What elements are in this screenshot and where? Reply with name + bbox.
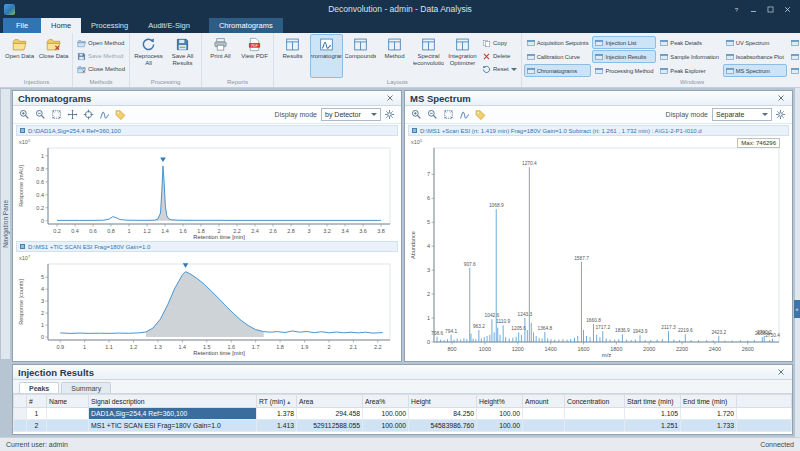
column-header-amount[interactable]: Amount — [523, 395, 565, 408]
dad1-plot[interactable]: 0.20.40.60.811.21.41.61.822.22.42.62.833… — [16, 136, 398, 240]
ribbon-button-processing-method[interactable]: Processing Method — [592, 64, 656, 77]
column-header-concentration[interactable]: Concentration — [565, 395, 625, 408]
peaks-icon[interactable] — [97, 107, 112, 122]
ribbon-button-acquisition-setpoints[interactable]: Acquisition Setpoints — [524, 36, 592, 49]
ribbon-button-ms-spectrum[interactable]: MS Spectrum — [723, 64, 787, 77]
peaks-icon[interactable] — [457, 107, 472, 122]
help-icon[interactable]: ? — [728, 2, 745, 17]
close-window-button[interactable] — [779, 2, 796, 17]
column-header-start-time-min[interactable]: Start time (min) — [625, 395, 681, 408]
ribbon-button-method[interactable]: Method — [378, 34, 411, 78]
column-header-height[interactable]: Height% — [477, 395, 523, 408]
column-header-signal-description[interactable]: Signal description — [89, 395, 257, 408]
ribbon-button-chromatograms[interactable]: Chromatograms — [310, 34, 343, 78]
cell[interactable]: 2 — [27, 420, 47, 432]
tab-summary[interactable]: Summary — [61, 382, 111, 393]
zoom-out-icon[interactable] — [425, 107, 440, 122]
column-header-name[interactable]: Name — [47, 395, 89, 408]
ribbon-button-sample-purity-results[interactable]: Sample Purity Results — [788, 50, 800, 63]
ribbon-button-open-data[interactable]: Open Data — [3, 34, 36, 78]
ribbon-button-view-pdf[interactable]: PDFView PDF — [238, 34, 271, 78]
pan-icon[interactable] — [65, 107, 80, 122]
column-header-height[interactable]: Height — [409, 395, 477, 408]
tab-processing[interactable]: Processing — [81, 18, 138, 33]
cell[interactable] — [14, 408, 27, 420]
ribbon-button-ms-lib-search-results[interactable]: MS Lib Search Results — [788, 64, 800, 77]
tab-audit-e-sign[interactable]: Audit/E-Sign — [138, 18, 200, 33]
cell[interactable]: 1.105 — [625, 408, 681, 420]
ribbon-button-spectral-deconvolution[interactable]: Spectral Deconvolution — [412, 34, 445, 78]
ribbon-button-calibration-curve[interactable]: Calibration Curve — [524, 50, 592, 63]
ribbon-button-compounds[interactable]: Compounds — [344, 34, 377, 78]
maximize-button[interactable] — [762, 2, 779, 17]
tab-peaks[interactable]: Peaks — [19, 382, 59, 393]
zoom-out-icon[interactable] — [33, 107, 48, 122]
column-header-[interactable]: # — [27, 395, 47, 408]
ms1-tic-plot[interactable]: 0.911.11.21.31.41.51.61.71.81.922.12.201… — [16, 252, 398, 356]
cell[interactable] — [565, 420, 625, 432]
zoom-fit-icon[interactable] — [49, 107, 64, 122]
cell[interactable]: 529112588.055 — [297, 420, 363, 432]
ribbon-button-injection-list[interactable]: Injection List — [592, 36, 656, 49]
tag-icon[interactable] — [473, 107, 488, 122]
column-header-area[interactable]: Area — [297, 395, 363, 408]
ribbon-button-save-method[interactable]: Save Method — [75, 50, 127, 62]
cell[interactable] — [47, 420, 89, 432]
cell[interactable]: 54583986.760 — [409, 420, 477, 432]
minimize-button[interactable] — [745, 2, 762, 17]
display-mode-select[interactable]: Separate — [712, 108, 772, 121]
collapsed-panel-strip[interactable]: « — [794, 88, 800, 437]
crosshair-icon[interactable] — [81, 107, 96, 122]
navigation-pane-tab[interactable]: Navigation Pane — [0, 88, 11, 360]
ribbon-button-sample-information[interactable]: Sample Information — [657, 50, 721, 63]
ribbon-button-reprocess-all[interactable]: Reprocess All — [132, 34, 165, 78]
column-header-area[interactable]: Area% — [363, 395, 409, 408]
ribbon-button-close-data[interactable]: Close Data — [37, 34, 70, 78]
ribbon-button-save-all-results[interactable]: Save All Results — [166, 34, 199, 78]
zoom-in-icon[interactable] — [17, 107, 32, 122]
cell[interactable]: MS1 +TIC SCAN ESI Frag=180V Gain=1.0 — [89, 420, 257, 432]
ribbon-button-integration-optimizer[interactable]: Integration Optimizer — [446, 34, 479, 78]
cell[interactable] — [47, 408, 89, 420]
column-header-rt-min[interactable]: RT (min)▲ — [257, 395, 297, 408]
ribbon-button-open-method[interactable]: Open Method — [75, 37, 127, 49]
ribbon-button-reset[interactable]: Reset — [480, 63, 519, 75]
tab-home[interactable]: Home — [41, 18, 81, 33]
cell[interactable]: 100.000 — [363, 408, 409, 420]
ms-spectrum-plot[interactable]: 8001000120014001600180020002200240026000… — [408, 136, 789, 358]
ribbon-button-peak-details[interactable]: Peak Details — [657, 36, 721, 49]
ribbon-button-chromatograms[interactable]: Chromatograms — [524, 64, 592, 77]
cell[interactable]: 1.251 — [625, 420, 681, 432]
ribbon-button-peak-explorer[interactable]: Peak Explorer — [657, 64, 721, 77]
injection-result-row[interactable]: 2MS1 +TIC SCAN ESI Frag=180V Gain=1.01.4… — [14, 420, 792, 432]
ribbon-button-close-method[interactable]: Close Method — [75, 63, 127, 75]
close-icon[interactable] — [383, 92, 396, 105]
column-header-row-icon[interactable] — [14, 395, 27, 408]
gear-icon[interactable] — [382, 107, 397, 122]
cell[interactable]: 1 — [27, 408, 47, 420]
cell[interactable]: 1.720 — [681, 408, 737, 420]
ribbon-button-print-all[interactable]: Print All — [204, 34, 237, 78]
close-icon[interactable] — [774, 92, 787, 105]
ribbon-button-isoabsorbance-plot[interactable]: Isoabsorbance Plot — [723, 50, 787, 63]
ribbon-button-copy[interactable]: Copy — [480, 37, 519, 49]
ribbon-button-ms-peak-table[interactable]: MS Peak Table — [788, 36, 800, 49]
cell[interactable]: DAD1A,Sig=254,4 Ref=360,100 — [89, 408, 257, 420]
zoom-in-icon[interactable] — [409, 107, 424, 122]
cell[interactable]: 100.00 — [477, 420, 523, 432]
cell[interactable] — [523, 408, 565, 420]
cell[interactable]: 1.413 — [257, 420, 297, 432]
expand-panel-button[interactable]: « — [794, 300, 800, 318]
close-icon[interactable] — [774, 366, 787, 379]
gear-icon[interactable] — [773, 107, 788, 122]
cell[interactable] — [565, 408, 625, 420]
cell[interactable]: 1.733 — [681, 420, 737, 432]
cell[interactable]: 100.00 — [477, 408, 523, 420]
ribbon-button-uv-spectrum[interactable]: UV Spectrum — [723, 36, 787, 49]
tag-icon[interactable] — [113, 107, 128, 122]
cell[interactable]: 294.458 — [297, 408, 363, 420]
cell[interactable]: 84.250 — [409, 408, 477, 420]
zoom-fit-icon[interactable] — [441, 107, 456, 122]
cell[interactable] — [14, 420, 27, 432]
cell[interactable]: 1.378 — [257, 408, 297, 420]
